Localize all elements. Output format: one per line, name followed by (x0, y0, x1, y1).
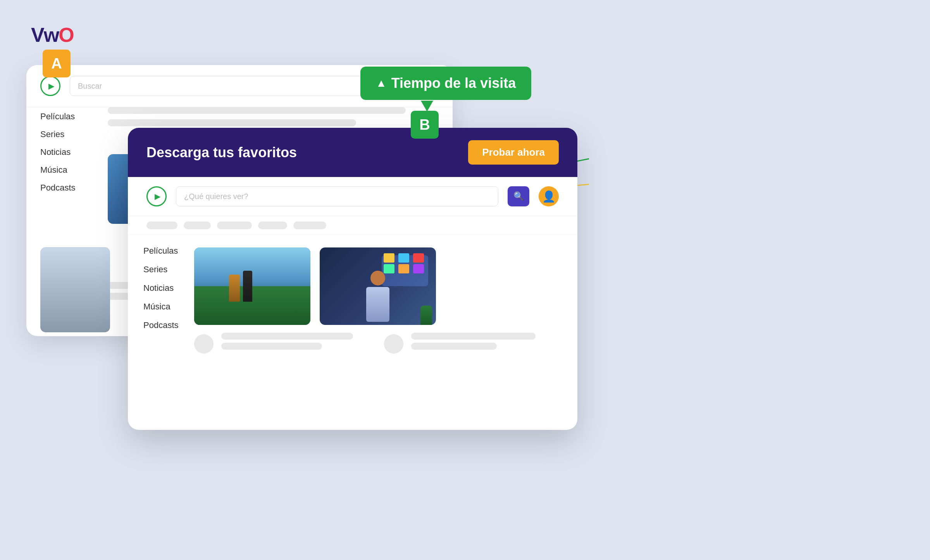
screen-a-logo (40, 76, 60, 96)
tiempo-banner-text: Tiempo de la visita (391, 75, 516, 91)
nav-item-noticias-a[interactable]: Noticias (40, 147, 76, 157)
screen-b-search-button[interactable]: 🔍 (508, 186, 529, 206)
nav-item-podcasts-a[interactable]: Podcasts (40, 183, 76, 193)
nav-pill-2 (184, 222, 211, 229)
nav-item-series-b[interactable]: Series (143, 265, 179, 275)
screen-b-header: ¿Qué quieres ver? 🔍 👤 (128, 177, 577, 216)
screen-b-banner: Descarga tus favoritos Probar ahora (128, 128, 577, 177)
banner-title: Descarga tus favoritos (146, 144, 297, 161)
screen-b-image-office (320, 247, 436, 325)
screen-b-nav-row (128, 216, 577, 235)
tiempo-connector (421, 101, 433, 112)
screen-b-card: Descarga tus favoritos Probar ahora ¿Qué… (128, 128, 577, 430)
screen-b-search-bar[interactable]: ¿Qué quieres ver? (176, 186, 498, 206)
screen-b-nav: Películas Series Noticias Música Podcast… (128, 235, 194, 430)
tiempo-banner: ▲ Tiempo de la visita (360, 67, 531, 100)
nav-item-podcasts-b[interactable]: Podcasts (143, 320, 179, 330)
screen-b-images (194, 247, 567, 325)
nav-item-peliculas-a[interactable]: Películas (40, 112, 76, 122)
screen-b-main (194, 235, 578, 430)
nav-pill-5 (293, 222, 326, 229)
nav-item-musica-b[interactable]: Música (143, 302, 179, 312)
screen-a-search-bar[interactable]: Buscar (70, 76, 381, 96)
search-icon-b: 🔍 (513, 191, 524, 201)
variant-a-badge: A (43, 50, 71, 77)
nav-item-series-a[interactable]: Series (40, 129, 76, 139)
probar-ahora-button[interactable]: Probar ahora (468, 140, 559, 165)
screen-b-image-sport (194, 247, 310, 325)
screen-a-image-people (40, 247, 106, 325)
nav-item-peliculas-b[interactable]: Películas (143, 246, 179, 256)
search-placeholder-b: ¿Qué quieres ver? (184, 192, 248, 201)
screen-b-bottom-skeleton (194, 333, 567, 355)
nav-item-noticias-b[interactable]: Noticias (143, 283, 179, 293)
vwo-logo: VwO (31, 23, 74, 46)
nav-pill-3 (217, 222, 252, 229)
logo-text: Vw (31, 24, 59, 46)
screen-a-nav: Películas Series Noticias Música Podcast… (40, 112, 76, 193)
nav-pill-4 (258, 222, 287, 229)
logo-o: O (59, 24, 73, 46)
search-placeholder-a: Buscar (78, 82, 102, 91)
screen-b-user-avatar: 👤 (539, 186, 559, 206)
screen-b-logo (146, 186, 167, 206)
nav-pill-1 (146, 222, 177, 229)
screen-b-body: Películas Series Noticias Música Podcast… (128, 235, 577, 430)
variant-b-badge: B (411, 111, 439, 139)
nav-item-musica-a[interactable]: Música (40, 165, 76, 175)
tiempo-arrow-icon: ▲ (376, 77, 387, 89)
